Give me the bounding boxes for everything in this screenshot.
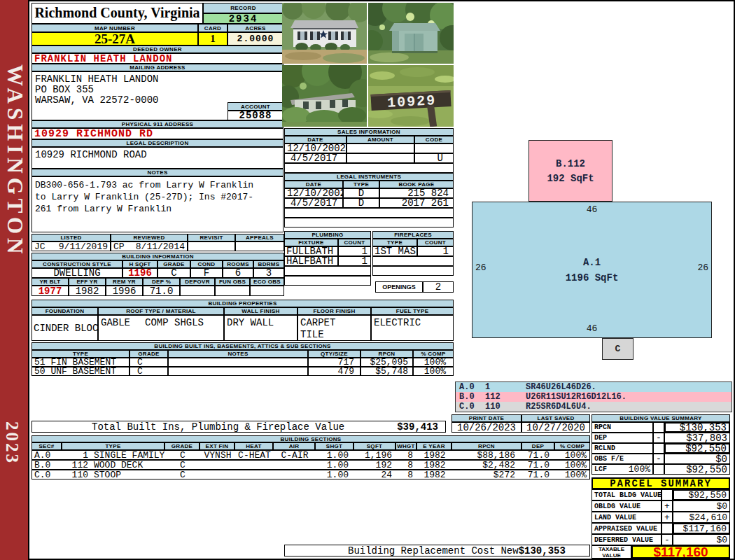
plumbing-count: 1 (338, 246, 371, 256)
vs-sign: - (653, 433, 664, 443)
ps-value: $117,160 (673, 523, 730, 534)
plumbing-title: PLUMBING (284, 231, 371, 239)
sketch-b-size: 192 SqFt (547, 173, 594, 184)
last-saved-value: 10/27/2020 (522, 422, 590, 433)
sketch-a-dim-bottom: 46 (587, 323, 598, 334)
listed-date: 9/11/2019 (59, 241, 108, 251)
photo-house-side[interactable] (282, 65, 367, 127)
print-date-label: PRINT DATE (451, 414, 522, 422)
grade-label: GRADE (158, 260, 190, 268)
replacement-cost-value: $130,353 (519, 545, 566, 556)
sale-amount (346, 153, 414, 163)
builtins-rpcn-label: RPCN (360, 350, 413, 358)
map-number-value: 25-27A (31, 32, 198, 46)
builtins-total-value: $39,413 (397, 421, 438, 433)
vs-value: $92,550 (664, 443, 730, 454)
builtins-grade-label: GRADE (130, 350, 168, 358)
card-label: CARD (198, 24, 227, 32)
instr-type: D (343, 188, 379, 198)
sketch-section-c: C (602, 338, 634, 360)
sale-amount (346, 144, 414, 153)
taxable-value-label: TAXABLE VALUE (592, 545, 631, 559)
revisit-label: REVISIT (188, 234, 235, 241)
notes-block: DB300-656-1.793 ac from Larry W Franklin… (31, 176, 284, 232)
openings-label: OPENINGS (375, 281, 423, 293)
vs-label-lcf: LCF 100% (592, 464, 653, 475)
sec-shgt-label: SHGT (315, 442, 354, 450)
instr-date-label: DATE (284, 181, 343, 188)
vs-label: RCLND (592, 443, 653, 454)
notes-label: NOTES (31, 169, 284, 176)
builtin-row-grade: C (130, 367, 168, 376)
sales-amount-label: AMOUNT (346, 136, 414, 144)
cond-value: F (190, 268, 223, 278)
sec-sqft: 24 (354, 470, 396, 479)
legend-vector: U26R11SU12R16D12L16. (526, 392, 626, 402)
builtin-row-qty: 717 (308, 358, 360, 367)
sec-type: SINGLE FAMILY (94, 451, 164, 459)
sec-eyear: 1982 (417, 461, 452, 469)
ps-value: $92,550 (673, 489, 730, 500)
sec-grade: C (165, 470, 200, 479)
instr-type: D (343, 198, 379, 208)
roof-value: GABLECOMP SHGLS (98, 315, 224, 341)
photo-house-front[interactable] (282, 3, 367, 64)
account-value: 25088 (227, 111, 284, 120)
ps-sign (662, 489, 673, 500)
sales-code-label: CODE (414, 136, 454, 144)
sketch-legend-row-a: A.0 1 SR46U26L46D26. (456, 382, 732, 392)
depovr-label: DEPOVR (180, 278, 215, 286)
vs-label: OBS F/E (592, 454, 653, 464)
sketch-legend: A.0 1 SR46U26L46D26. B.0 112 U26R11SU12R… (455, 382, 732, 412)
depovr-value (180, 286, 215, 296)
reviewed-label: REVIEWED (111, 234, 188, 241)
reviewed-value: CP8/11/2014 (111, 241, 188, 251)
legend-code: 110 (485, 402, 526, 412)
deeded-owner-label: DEEDED OWNER (31, 46, 284, 53)
photo-shed[interactable] (368, 3, 454, 64)
vs-sign (653, 422, 664, 433)
legend-vector: R25SR6D4L6U4. (526, 402, 592, 412)
cond-label: COND (190, 260, 223, 268)
physical-address-label: PHYSICAL 911 ADDRESS (31, 120, 284, 128)
replacement-cost-label: Building Replacement Cost New (348, 545, 519, 556)
sale-code: U (414, 153, 454, 163)
legend-sec: B.0 (456, 392, 485, 402)
sketch-a-dim-top: 46 (587, 204, 598, 215)
ecoobs-value (250, 286, 284, 296)
listed-by: JC (34, 241, 46, 251)
construction-style-value: DWELLING (31, 268, 122, 278)
ps-label: DEFERRED VALUE (592, 534, 662, 545)
tax-year: 2023 (2, 421, 22, 465)
record-label: RECORD (203, 3, 284, 13)
rooms-label: ROOMS (223, 260, 253, 268)
listed-label: LISTED (31, 234, 111, 241)
vs-value: $92,550 (664, 464, 730, 475)
sketch-c-label: C (615, 344, 621, 354)
record-value: 2934 (203, 13, 284, 24)
funobs-value (215, 286, 250, 296)
ps-label: APPRAISED VALUE (592, 523, 662, 534)
vs-sign (653, 443, 664, 454)
vs-value: $130,353 (664, 422, 730, 433)
sec-grade: C (165, 451, 200, 459)
instr-date: 4/5/2017 (284, 198, 343, 208)
plumbing-empty-row (284, 266, 371, 276)
instr-empty-row (284, 208, 454, 218)
account-label: ACCOUNT (227, 102, 284, 111)
building-sections-title: BUILDING SECTIONS (31, 435, 590, 442)
sales-date-label: DATE (284, 136, 346, 144)
instruments-title: LEGAL INSTRUMENTS (284, 173, 454, 181)
ps-value: $0 (673, 500, 730, 512)
ps-value: $0 (673, 534, 730, 545)
photo-address-post[interactable]: 10929 (368, 65, 454, 127)
sale-date: 4/5/2017 (284, 153, 346, 163)
builtin-row-rpcn: $5,748 (360, 367, 413, 376)
notes-line: to Larry W Franklin (25-27D); Ins #2017- (35, 191, 283, 203)
building-section-row: B.0 112 WOOD DECK C 1.00 192 8 1982 $2,4… (31, 460, 590, 470)
revisit-value (188, 241, 235, 251)
sec-eyear: 1982 (417, 451, 452, 459)
sale-date: 12/10/2002 (284, 144, 346, 153)
sketch-b-label: B.112 (556, 158, 585, 169)
sec-rpcn: $272 (452, 470, 522, 479)
